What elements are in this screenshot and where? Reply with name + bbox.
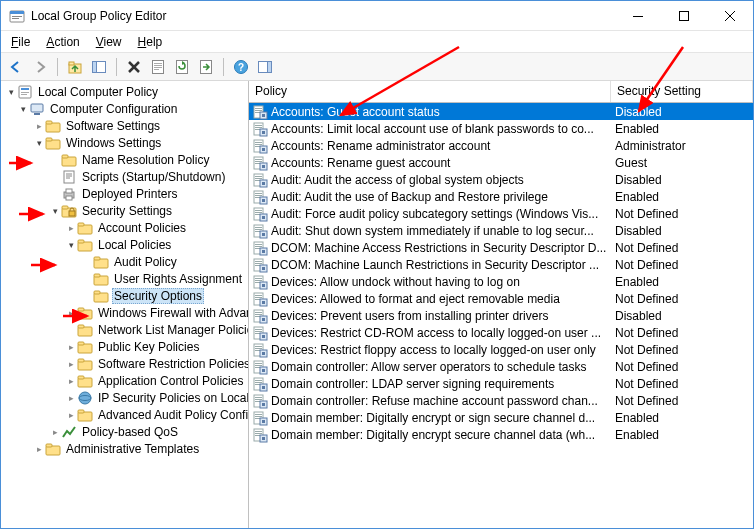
tree-node[interactable]: Windows Settings [3, 134, 248, 151]
policy-row[interactable]: Domain member: Digitally encrypt or sign… [249, 409, 753, 426]
help-button[interactable]: ? [230, 56, 252, 78]
tree-node[interactable]: Audit Policy [3, 253, 248, 270]
expand-collapse-toggle[interactable] [65, 240, 77, 250]
expand-collapse-toggle[interactable] [65, 410, 77, 420]
expand-collapse-toggle[interactable] [65, 308, 77, 318]
tree-node[interactable]: Network List Manager Policies [3, 321, 248, 338]
policy-row[interactable]: DCOM: Machine Access Restrictions in Sec… [249, 239, 753, 256]
expand-collapse-toggle[interactable] [33, 138, 45, 148]
expand-collapse-toggle[interactable] [65, 359, 77, 369]
policy-item-icon [252, 427, 268, 443]
policy-item-icon [252, 206, 268, 222]
tree-node[interactable]: Administrative Templates [3, 440, 248, 457]
tree-node[interactable]: Policy-based QoS [3, 423, 248, 440]
expand-collapse-toggle[interactable] [17, 104, 29, 114]
svg-rect-87 [262, 148, 265, 151]
menu-file[interactable]: File [5, 33, 36, 51]
tree-node[interactable]: Software Settings [3, 117, 248, 134]
svg-rect-150 [255, 331, 262, 332]
properties-button[interactable] [147, 56, 169, 78]
policy-row[interactable]: Devices: Prevent users from installing p… [249, 307, 753, 324]
policy-row[interactable]: Domain controller: Allow server operator… [249, 358, 753, 375]
svg-rect-59 [78, 342, 84, 345]
svg-rect-77 [255, 125, 262, 126]
svg-rect-109 [255, 214, 260, 215]
tree-node-label: Name Resolution Policy [80, 153, 211, 167]
minimize-button[interactable] [615, 1, 661, 30]
nav-back-button[interactable] [5, 56, 27, 78]
policy-row[interactable]: Accounts: Rename administrator accountAd… [249, 137, 753, 154]
policy-row[interactable]: Audit: Shut down system immediately if u… [249, 222, 753, 239]
expand-collapse-toggle[interactable] [65, 342, 77, 352]
menu-help[interactable]: Help [132, 33, 169, 51]
tree-node[interactable]: Computer Configuration [3, 100, 248, 117]
expand-collapse-toggle[interactable] [65, 376, 77, 386]
tree-node[interactable]: Security Options [3, 287, 248, 304]
tree-scroll[interactable]: Local Computer PolicyComputer Configurat… [1, 81, 248, 528]
policy-item-icon [252, 257, 268, 273]
policy-row[interactable]: Audit: Audit the use of Backup and Resto… [249, 188, 753, 205]
tree-node[interactable]: Local Policies [3, 236, 248, 253]
policy-row[interactable]: Devices: Restrict floppy access to local… [249, 341, 753, 358]
security-setting-cell: Not Defined [611, 394, 753, 408]
policy-row[interactable]: Domain controller: LDAP server signing r… [249, 375, 753, 392]
expand-collapse-toggle[interactable] [33, 444, 45, 454]
expand-collapse-toggle[interactable] [33, 121, 45, 131]
show-hide-action-pane-button[interactable] [254, 56, 276, 78]
nav-forward-button[interactable] [29, 56, 51, 78]
tree-node[interactable]: Windows Firewall with Advanced Security [3, 304, 248, 321]
close-button[interactable] [707, 1, 753, 30]
svg-rect-37 [64, 171, 74, 183]
tree-node[interactable]: User Rights Assignment [3, 270, 248, 287]
policy-row[interactable]: Domain controller: Refuse machine accoun… [249, 392, 753, 409]
svg-rect-84 [255, 144, 262, 145]
policy-row[interactable]: Accounts: Rename guest accountGuest [249, 154, 753, 171]
policy-row[interactable]: Devices: Allow undock without having to … [249, 273, 753, 290]
menu-action[interactable]: Action [40, 33, 85, 51]
policy-row[interactable]: Audit: Audit the access of global system… [249, 171, 753, 188]
tree-node[interactable]: Scripts (Startup/Shutdown) [3, 168, 248, 185]
policy-row[interactable]: DCOM: Machine Launch Restrictions in Sec… [249, 256, 753, 273]
menu-view[interactable]: View [90, 33, 128, 51]
toolbar-separator [57, 58, 58, 76]
policy-row[interactable]: Domain member: Digitally encrypt secure … [249, 426, 753, 443]
expand-collapse-toggle[interactable] [65, 393, 77, 403]
show-hide-console-tree-button[interactable] [88, 56, 110, 78]
policy-row[interactable]: Accounts: Limit local account use of bla… [249, 120, 753, 137]
tree-node[interactable]: Application Control Policies [3, 372, 248, 389]
expand-collapse-toggle[interactable] [49, 206, 61, 216]
tree-node[interactable]: Public Key Policies [3, 338, 248, 355]
script-icon [61, 169, 77, 185]
tree-node[interactable]: Security Settings [3, 202, 248, 219]
tree-node[interactable]: Local Computer Policy [3, 83, 248, 100]
svg-rect-2 [12, 16, 22, 17]
svg-rect-69 [46, 444, 52, 447]
expand-collapse-toggle[interactable] [65, 223, 77, 233]
export-list-button[interactable] [195, 56, 217, 78]
refresh-button[interactable] [171, 56, 193, 78]
expand-collapse-toggle[interactable] [49, 427, 61, 437]
policy-name-cell: Devices: Restrict floppy access to local… [271, 343, 611, 357]
security-setting-cell: Enabled [611, 275, 753, 289]
policy-row[interactable]: Accounts: Guest account statusDisabled [249, 103, 753, 120]
policy-row[interactable]: Devices: Restrict CD-ROM access to local… [249, 324, 753, 341]
svg-rect-72 [255, 110, 262, 111]
expand-collapse-toggle[interactable] [5, 87, 17, 97]
policy-name-cell: Domain controller: Refuse machine accoun… [271, 394, 611, 408]
maximize-button[interactable] [661, 1, 707, 30]
column-header-security-setting[interactable]: Security Setting [611, 81, 753, 102]
tree-node[interactable]: Account Policies [3, 219, 248, 236]
tree-node[interactable]: Name Resolution Policy [3, 151, 248, 168]
policy-row[interactable]: Devices: Allowed to format and eject rem… [249, 290, 753, 307]
tree-node[interactable]: Software Restriction Policies [3, 355, 248, 372]
list-scroll[interactable]: Accounts: Guest account statusDisabledAc… [249, 103, 753, 528]
up-one-level-button[interactable] [64, 56, 86, 78]
policy-item-icon [252, 155, 268, 171]
tree-node[interactable]: IP Security Policies on Local Computer [3, 389, 248, 406]
tree-node[interactable]: Deployed Printers [3, 185, 248, 202]
delete-button[interactable] [123, 56, 145, 78]
policy-row[interactable]: Audit: Force audit policy subcategory se… [249, 205, 753, 222]
column-header-policy[interactable]: Policy [249, 81, 611, 102]
tree-node[interactable]: Advanced Audit Policy Configuration [3, 406, 248, 423]
tree-node-label: Software Restriction Policies [96, 357, 248, 371]
